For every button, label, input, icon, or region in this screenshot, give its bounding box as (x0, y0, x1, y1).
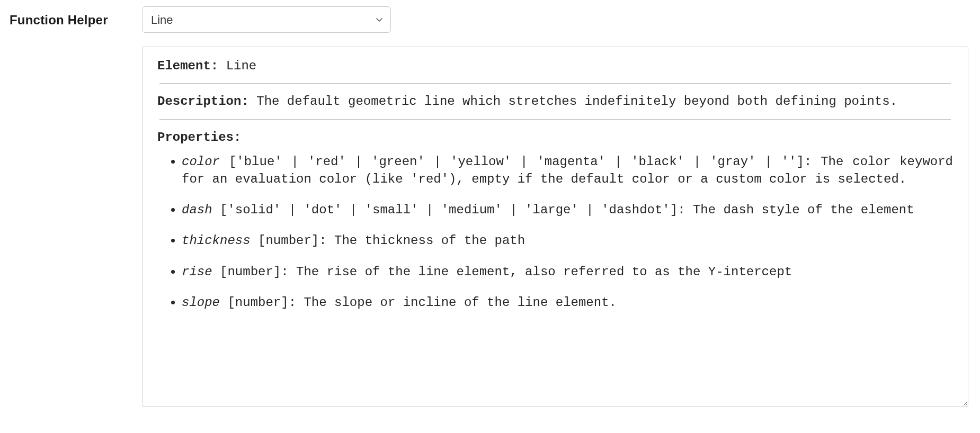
property-type: [number] (220, 265, 281, 279)
property-item: thickness [number]: The thickness of the… (182, 232, 953, 249)
property-item: rise [number]: The rise of the line elem… (182, 264, 953, 281)
property-type: [number] (258, 233, 319, 248)
element-row: Element: Line (157, 58, 953, 75)
property-desc: The rise of the line element, also refer… (296, 265, 792, 279)
label-column: Function Helper (10, 6, 142, 28)
property-desc: The slope or incline of the line element… (304, 295, 617, 310)
properties-list: color ['blue' | 'red' | 'green' | 'yello… (157, 154, 953, 311)
property-name: slope (182, 295, 220, 310)
properties-label: Properties: (157, 129, 953, 146)
element-select[interactable]: Line (142, 6, 391, 33)
property-desc: The dash style of the element (693, 203, 914, 217)
property-type: ['blue' | 'red' | 'green' | 'yellow' | '… (229, 155, 804, 169)
property-name: dash (182, 203, 212, 217)
documentation-panel: Element: Line Description: The default g… (142, 47, 968, 407)
divider (159, 83, 951, 84)
main-column: Line Element: Line Description: The defa… (142, 6, 968, 407)
property-item: color ['blue' | 'red' | 'green' | 'yello… (182, 154, 953, 188)
element-label: Element: (157, 59, 218, 73)
property-name: color (182, 155, 220, 169)
description-row: Description: The default geometric line … (157, 93, 953, 110)
description-label: Description: (157, 94, 249, 109)
property-item: slope [number]: The slope or incline of … (182, 294, 953, 311)
property-name: thickness (182, 233, 251, 248)
divider (159, 119, 951, 120)
description-text: The default geometric line which stretch… (256, 94, 897, 109)
property-type: ['solid' | 'dot' | 'small' | 'medium' | … (220, 203, 678, 217)
element-select-wrap: Line (142, 6, 391, 33)
property-type: [number] (227, 295, 288, 310)
section-heading: Function Helper (10, 13, 142, 28)
property-item: dash ['solid' | 'dot' | 'small' | 'mediu… (182, 202, 953, 219)
property-desc: The thickness of the path (334, 233, 525, 248)
element-value: Line (226, 59, 257, 73)
function-helper-section: Function Helper Line Element: Line Descr… (0, 0, 980, 416)
property-name: rise (182, 265, 212, 279)
